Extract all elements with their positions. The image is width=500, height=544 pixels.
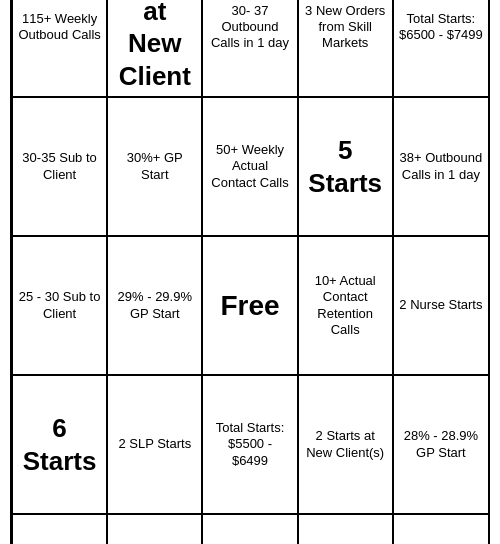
- bingo-cell-19: 28% - 28.9% GP Start: [393, 375, 488, 514]
- bingo-cell-21: 4 Starts: [107, 514, 202, 544]
- bingo-card: BINGO 115+ Weekly Outboud Calls1 Start a…: [10, 0, 490, 544]
- bingo-cell-6: 30%+ GP Start: [107, 97, 202, 236]
- bingo-cell-20: Total Starts: $7500+: [12, 514, 107, 544]
- bingo-cell-2: 30- 37 Outbound Calls in 1 day: [202, 0, 297, 97]
- bingo-cell-14: 2 Nurse Starts: [393, 236, 488, 375]
- bingo-cell-12: Free: [202, 236, 297, 375]
- bingo-grid: 115+ Weekly Outboud Calls1 Start at New …: [12, 0, 488, 544]
- bingo-cell-13: 10+ Actual Contact Retention Calls: [298, 236, 393, 375]
- bingo-cell-8: 5 Starts: [298, 97, 393, 236]
- bingo-cell-22: 3 starts over 26% GP: [202, 514, 297, 544]
- bingo-cell-1: 1 Start at New Client: [107, 0, 202, 97]
- bingo-cell-11: 29% - 29.9% GP Start: [107, 236, 202, 375]
- bingo-cell-10: 25 - 30 Sub to Client: [12, 236, 107, 375]
- bingo-cell-5: 30-35 Sub to Client: [12, 97, 107, 236]
- bingo-cell-15: 6 Starts: [12, 375, 107, 514]
- bingo-cell-4: Total Starts: $6500 - $7499: [393, 0, 488, 97]
- bingo-cell-9: 38+ Outbound Calls in 1 day: [393, 97, 488, 236]
- bingo-cell-3: 3 New Orders from Skill Markets: [298, 0, 393, 97]
- bingo-cell-0: 115+ Weekly Outboud Calls: [12, 0, 107, 97]
- bingo-cell-18: 2 Starts at New Client(s): [298, 375, 393, 514]
- bingo-cell-16: 2 SLP Starts: [107, 375, 202, 514]
- bingo-cell-7: 50+ Weekly Actual Contact Calls: [202, 97, 297, 236]
- bingo-cell-17: Total Starts: $5500 - $6499: [202, 375, 297, 514]
- bingo-cell-24: Interview from a candidate's skill marke…: [393, 514, 488, 544]
- bingo-cell-23: 2 School Psych Starts: [298, 514, 393, 544]
